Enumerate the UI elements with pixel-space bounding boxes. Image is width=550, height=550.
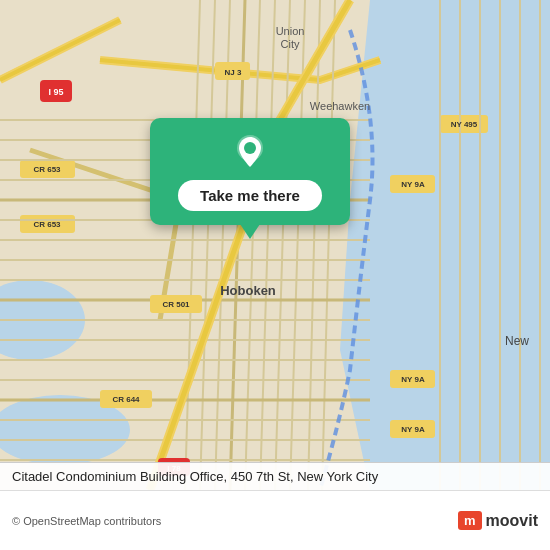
svg-text:Union: Union: [276, 25, 305, 37]
svg-text:CR 653: CR 653: [33, 165, 61, 174]
moovit-wordmark: moovit: [486, 512, 538, 530]
address-text-line1: Citadel Condominium Building Office, 450…: [12, 469, 294, 484]
osm-attribution: © OpenStreetMap contributors: [12, 515, 458, 527]
map-area[interactable]: Hoboken New Union City Weehawken I 95 CR…: [0, 0, 550, 490]
take-me-there-button[interactable]: Take me there: [178, 180, 322, 211]
svg-text:Hoboken: Hoboken: [220, 283, 276, 298]
svg-text:NY 9A: NY 9A: [401, 180, 425, 189]
svg-text:I 95: I 95: [48, 87, 63, 97]
svg-text:NJ 3: NJ 3: [225, 68, 242, 77]
svg-point-66: [244, 142, 256, 154]
bottom-bar: © OpenStreetMap contributors m moovit: [0, 490, 550, 550]
svg-text:New: New: [505, 334, 529, 348]
svg-text:CR 653: CR 653: [33, 220, 61, 229]
address-display: Citadel Condominium Building Office, 450…: [0, 462, 550, 490]
location-card: Take me there: [150, 118, 350, 225]
svg-text:Weehawken: Weehawken: [310, 100, 370, 112]
svg-text:CR 501: CR 501: [162, 300, 190, 309]
svg-text:NY 495: NY 495: [451, 120, 478, 129]
svg-text:NY 9A: NY 9A: [401, 425, 425, 434]
svg-text:NY 9A: NY 9A: [401, 375, 425, 384]
address-text-line2: New York City: [297, 469, 378, 484]
moovit-icon: m: [458, 511, 482, 530]
svg-marker-1: [340, 0, 550, 490]
moovit-logo: m moovit: [458, 511, 538, 530]
svg-text:City: City: [281, 38, 300, 50]
location-pin-icon: [232, 134, 268, 170]
svg-text:CR 644: CR 644: [112, 395, 140, 404]
